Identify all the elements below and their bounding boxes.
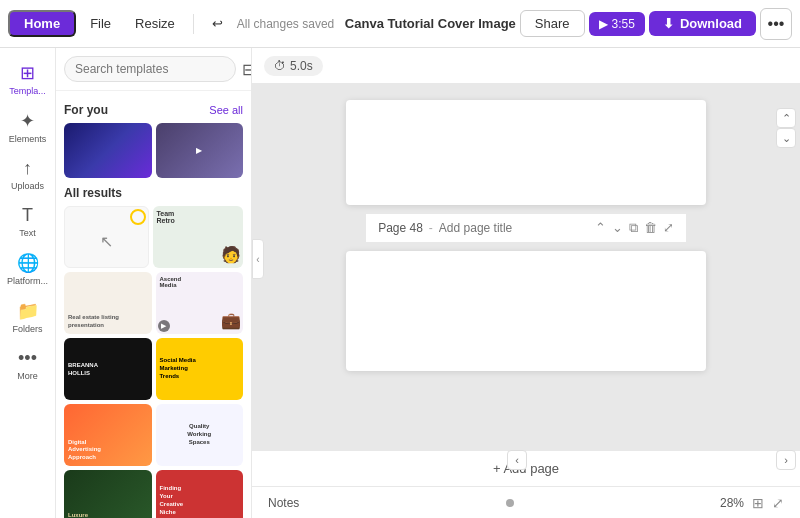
undo-button[interactable]: ↩ [202,12,233,35]
page-title-input[interactable] [439,221,589,235]
resize-button[interactable]: Resize [125,12,185,35]
page-canvas-bottom [346,251,706,371]
text-icon: T [22,205,33,226]
save-status: All changes saved [237,17,341,31]
canvas-area: ⏱ 5.0s Page 48 - ⌃ ⌄ [252,48,800,518]
see-all-link[interactable]: See all [209,104,243,116]
expand-icon[interactable]: ⤢ [663,220,674,236]
sidebar-item-folders[interactable]: 📁 Folders [2,294,54,340]
play-icon: ▶ [599,17,608,31]
left-scroll-button[interactable]: ‹ [507,450,527,470]
all-results-title: All results [64,186,122,200]
template-thumb-quality[interactable]: QualityWorkingSpaces [156,404,244,466]
all-results-header: All results [64,186,243,200]
template-thumb-breanna[interactable]: BREANNAHOLLIS [64,338,152,400]
template-panel: ⊟ For you See all ▶ All results [56,48,252,518]
topbar: Home File Resize ↩ All changes saved Can… [0,0,800,48]
uploads-label: Uploads [11,181,44,191]
template-thumb-2[interactable]: ▶ [156,123,244,178]
scroll-down-button[interactable]: ⌄ [776,128,796,148]
platform-icon: 🌐 [17,252,39,274]
divider [193,14,194,34]
text-label: Text [19,228,36,238]
right-bottom-scroll-button[interactable]: › [776,450,796,470]
sidebar-item-elements[interactable]: ✦ Elements [2,104,54,150]
more-options-button[interactable]: ••• [760,8,792,40]
template-thumb-digital-adv[interactable]: DigitalAdvertisingApproach [64,404,152,466]
search-input[interactable] [64,56,236,82]
download-icon: ⬇ [663,16,674,31]
chevron-up-icon[interactable]: ⌃ [595,220,606,236]
elements-label: Elements [9,134,47,144]
bottom-bar: Notes 28% ⊞ ⤢ [252,486,800,518]
download-label: Download [680,16,742,31]
for-you-row: ▶ [64,123,243,178]
fullscreen-icon[interactable]: ⤢ [772,495,784,511]
icon-sidebar: ⊞ Templa... ✦ Elements ↑ Uploads T Text … [0,48,56,518]
page-action-icons: ⌃ ⌄ ⧉ 🗑 ⤢ [595,220,674,236]
for-you-header: For you See all [64,103,243,117]
duplicate-icon[interactable]: ⧉ [629,220,638,236]
page-controls: Page 48 - ⌃ ⌄ ⧉ 🗑 ⤢ [366,213,686,243]
template-thumb-social-media[interactable]: Social MediaMarketingTrends [156,338,244,400]
download-button[interactable]: ⬇ Download [649,11,756,36]
notes-label: Notes [268,496,299,510]
file-button[interactable]: File [80,12,121,35]
page-container: Page 48 - ⌃ ⌄ ⧉ 🗑 ⤢ [268,100,784,371]
for-you-title: For you [64,103,108,117]
more-label: More [17,371,38,381]
template-row-4: DigitalAdvertisingApproach QualityWorkin… [64,404,243,466]
page-label: Page 48 [378,221,423,235]
page-separator: - [429,221,433,235]
more-icon: ••• [768,15,785,33]
templates-icon: ⊞ [20,62,35,84]
play-button[interactable]: ▶ 3:55 [589,12,645,36]
canvas-scroll[interactable]: Page 48 - ⌃ ⌄ ⧉ 🗑 ⤢ [252,84,800,450]
zoom-icon[interactable]: ⊞ [752,495,764,511]
search-bar: ⊟ [56,48,251,91]
uploads-icon: ↑ [23,158,32,179]
document-title: Canva Tutorial Cover Image [345,16,516,31]
template-thumb-team-retro[interactable]: Team Retro 🧑 [153,206,244,268]
sidebar-item-templates[interactable]: ⊞ Templa... [2,56,54,102]
collapse-panel-button[interactable]: ‹ [252,239,264,279]
zoom-label: 28% [720,496,744,510]
scroll-up-button[interactable]: ⌃ [776,108,796,128]
platform-label: Platform... [7,276,48,286]
sidebar-item-platform[interactable]: 🌐 Platform... [2,246,54,292]
template-row-3: BREANNAHOLLIS Social MediaMarketingTrend… [64,338,243,400]
more-dots-icon: ••• [18,348,37,369]
sidebar-item-text[interactable]: T Text [2,199,54,244]
delete-icon[interactable]: 🗑 [644,220,657,236]
filter-icon[interactable]: ⊟ [242,60,252,79]
template-row-1: ↖ Team Retro 🧑 [64,206,243,268]
templates-label: Templa... [9,86,46,96]
folders-label: Folders [12,324,42,334]
template-thumb-ascend-media[interactable]: AscendMedia 💼 ▶ [156,272,244,334]
sidebar-item-uploads[interactable]: ↑ Uploads [2,152,54,197]
template-thumb-real-estate[interactable]: Real estate listingpresentation [64,272,152,334]
template-thumb-luxure[interactable]: LuxureNature Spa ▶ [64,470,152,518]
template-thumb-creative-niche[interactable]: FindingYourCreativeNiche [156,470,244,518]
template-row-2: Real estate listingpresentation AscendMe… [64,272,243,334]
play-time: 3:55 [612,17,635,31]
home-button[interactable]: Home [8,10,76,37]
page-canvas-top [346,100,706,205]
template-thumb-cursor[interactable]: ↖ [64,206,149,268]
chevron-down-icon[interactable]: ⌄ [612,220,623,236]
template-content: For you See all ▶ All results ↖ [56,91,251,518]
folders-icon: 📁 [17,300,39,322]
time-value: 5.0s [290,59,313,73]
right-scroll-buttons: ⌃ [776,108,796,128]
template-thumb-1[interactable] [64,123,152,178]
time-badge[interactable]: ⏱ 5.0s [264,56,323,76]
template-row-5: LuxureNature Spa ▶ FindingYourCreativeNi… [64,470,243,518]
main-layout: ⊞ Templa... ✦ Elements ↑ Uploads T Text … [0,48,800,518]
clock-icon: ⏱ [274,59,286,73]
sidebar-item-more[interactable]: ••• More [2,342,54,387]
notes-indicator [506,499,514,507]
share-button[interactable]: Share [520,10,585,37]
canvas-toolbar: ⏱ 5.0s [252,48,800,84]
elements-icon: ✦ [20,110,35,132]
